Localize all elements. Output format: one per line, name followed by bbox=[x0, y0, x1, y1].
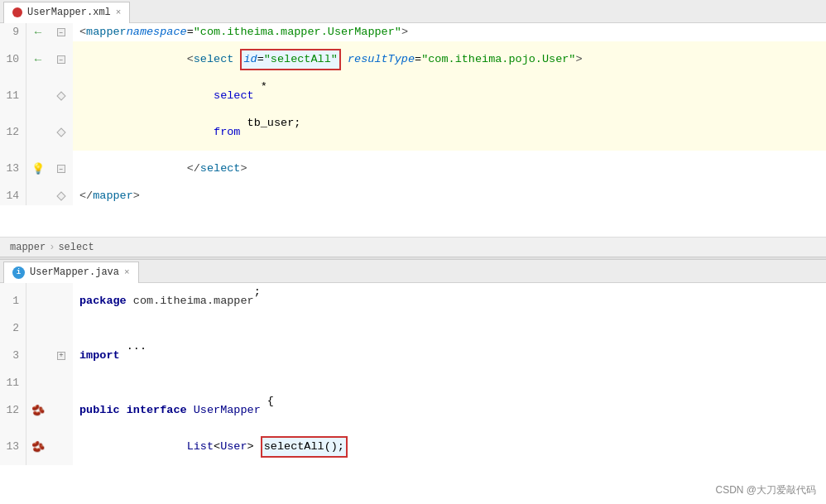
java-line-12-content: public interface UserMapper { bbox=[73, 392, 826, 429]
xml-line-11: 11 select * bbox=[0, 78, 826, 114]
java-line-1: 1 package com.itheima.mapper; bbox=[0, 283, 826, 319]
breadcrumb-select: select bbox=[58, 242, 94, 253]
line-num-9: 9 bbox=[0, 23, 26, 41]
xml-breadcrumb: mapper › select bbox=[0, 237, 826, 257]
java-gutter-12-bean: 🫘 bbox=[26, 392, 50, 429]
java-line-11: 11 bbox=[0, 374, 826, 392]
java-fold-1 bbox=[50, 283, 73, 319]
fold-gutter-14 bbox=[50, 187, 73, 205]
gutter-10: ← bbox=[26, 41, 50, 78]
java-tab-icon: i bbox=[12, 266, 25, 279]
xml-pane: UserMapper.xml × 9 ← − <mapper namespace… bbox=[0, 0, 826, 257]
fold-gutter-10[interactable]: − bbox=[50, 41, 73, 78]
xml-line-14-content: </mapper> bbox=[73, 187, 826, 205]
java-fold-13 bbox=[50, 429, 73, 465]
fold-gutter-9[interactable]: − bbox=[50, 23, 73, 41]
fold-icon-10[interactable]: − bbox=[57, 55, 65, 64]
bean-icon-13: 🫘 bbox=[31, 440, 45, 454]
line-num-13: 13 bbox=[0, 151, 26, 187]
xml-tab-bar: UserMapper.xml × bbox=[0, 0, 826, 23]
gutter-11 bbox=[26, 78, 50, 114]
fold-gutter-13[interactable]: − bbox=[50, 151, 73, 187]
fold-gutter-11 bbox=[50, 78, 73, 114]
gutter-13: 💡 bbox=[26, 151, 50, 187]
xml-line-12-content: from tb_user; bbox=[73, 114, 826, 151]
java-fold-3[interactable]: + bbox=[50, 338, 73, 374]
xml-line-10-content: <select id="selectAll" resultType="com.i… bbox=[73, 41, 826, 78]
java-tab-filename: UserMapper.java bbox=[30, 266, 119, 278]
java-gutter-3 bbox=[26, 338, 50, 374]
gutter-14 bbox=[26, 187, 50, 205]
editor-container: UserMapper.xml × 9 ← − <mapper namespace… bbox=[0, 0, 826, 504]
xml-line-11-content: select * bbox=[73, 78, 826, 114]
java-fold-12 bbox=[50, 392, 73, 429]
java-tab-bar: i UserMapper.java × bbox=[0, 260, 826, 283]
xml-code-area: 9 ← − <mapper namespace="com.itheima.map… bbox=[0, 23, 826, 237]
arrow-icon-10: ← bbox=[35, 53, 41, 66]
gutter-12 bbox=[26, 114, 50, 151]
java-code-area: 1 package com.itheima.mapper; 2 3 bbox=[0, 283, 826, 504]
line-num-11: 11 bbox=[0, 78, 26, 114]
java-line-num-11: 11 bbox=[0, 374, 26, 392]
fold-icon-9[interactable]: − bbox=[57, 28, 65, 36]
xml-line-13-content: </select> bbox=[73, 151, 826, 187]
fold-gutter-12 bbox=[50, 114, 73, 151]
java-tab[interactable]: i UserMapper.java × bbox=[3, 262, 139, 283]
xml-tab-close[interactable]: × bbox=[116, 7, 122, 17]
xml-line-14: 14 </mapper> bbox=[0, 187, 826, 205]
java-line-12: 12 🫘 public interface UserMapper { bbox=[0, 392, 826, 429]
java-line-3: 3 + import ... bbox=[0, 338, 826, 374]
java-line-num-12: 12 bbox=[0, 392, 26, 429]
java-line-num-13: 13 bbox=[0, 429, 26, 465]
xml-tab[interactable]: UserMapper.xml × bbox=[3, 2, 130, 23]
java-line-13: 13 🫘 List<User> selectAll(); bbox=[0, 429, 826, 465]
java-code-lines: 1 package com.itheima.mapper; 2 3 bbox=[0, 283, 826, 504]
java-pane: i UserMapper.java × 1 package com.itheim… bbox=[0, 260, 826, 504]
bean-icon-12: 🫘 bbox=[31, 404, 45, 417]
java-line-num-1: 1 bbox=[0, 283, 26, 319]
line-num-12: 12 bbox=[0, 114, 26, 151]
java-line-13-content: List<User> selectAll(); bbox=[73, 429, 826, 465]
xml-line-9-content: <mapper namespace="com.itheima.mapper.Us… bbox=[73, 23, 826, 41]
java-line-2: 2 bbox=[0, 319, 826, 338]
xml-tab-icon bbox=[12, 7, 22, 17]
java-gutter-1 bbox=[26, 283, 50, 319]
java-line-num-2: 2 bbox=[0, 319, 26, 338]
lightbulb-icon-13[interactable]: 💡 bbox=[31, 162, 45, 175]
xml-code-lines: 9 ← − <mapper namespace="com.itheima.map… bbox=[0, 23, 826, 237]
xml-line-13: 13 💡 − </select> bbox=[0, 151, 826, 187]
breadcrumb-sep: › bbox=[49, 242, 55, 253]
fold-icon-java-3[interactable]: + bbox=[57, 352, 65, 360]
arrow-icon-9: ← bbox=[35, 26, 41, 39]
java-tab-close[interactable]: × bbox=[124, 267, 130, 277]
gutter-9: ← bbox=[26, 23, 50, 41]
java-line-2-content bbox=[73, 319, 826, 338]
xml-line-10: 10 ← − <select id="selectAll" resultType… bbox=[0, 41, 826, 78]
java-line-1-content: package com.itheima.mapper; bbox=[73, 283, 826, 319]
watermark: CSDN @大刀爱敲代码 bbox=[715, 483, 816, 497]
xml-tab-filename: UserMapper.xml bbox=[27, 7, 111, 18]
java-gutter-11 bbox=[26, 374, 50, 392]
java-line-3-content: import ... bbox=[73, 338, 826, 374]
fold-icon-13[interactable]: − bbox=[57, 165, 65, 173]
java-gutter-2 bbox=[26, 319, 50, 338]
java-gutter-13-bean: 🫘 bbox=[26, 429, 50, 465]
java-fold-11 bbox=[50, 374, 73, 392]
breadcrumb-mapper: mapper bbox=[10, 242, 46, 253]
xml-line-9: 9 ← − <mapper namespace="com.itheima.map… bbox=[0, 23, 826, 41]
java-line-11-content bbox=[73, 374, 826, 392]
xml-line-12: 12 from tb_user; bbox=[0, 114, 826, 151]
java-fold-2 bbox=[50, 319, 73, 338]
java-line-num-3: 3 bbox=[0, 338, 26, 374]
line-num-14: 14 bbox=[0, 187, 26, 205]
line-num-10: 10 bbox=[0, 41, 26, 78]
